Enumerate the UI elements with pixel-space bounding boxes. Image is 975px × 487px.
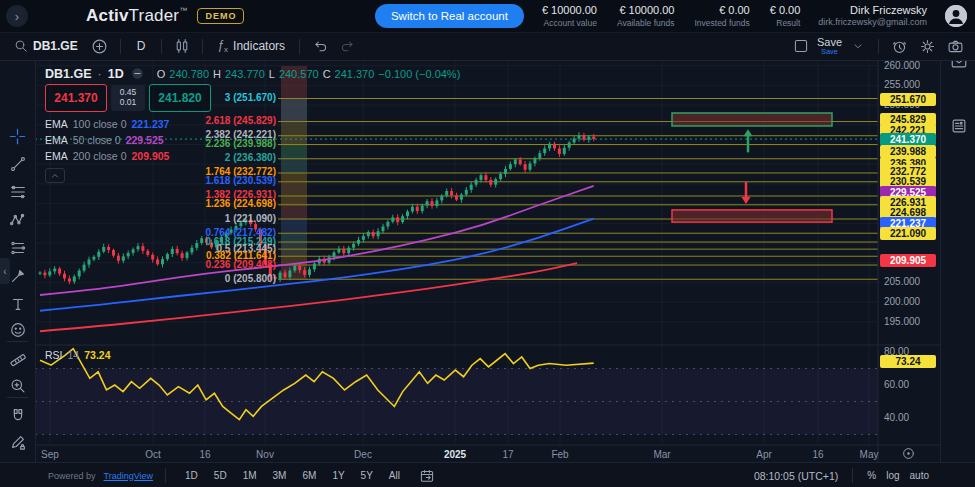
undo-button[interactable]	[308, 34, 332, 58]
time-axis-label: Mar	[653, 449, 670, 460]
alert-button[interactable]	[887, 34, 911, 58]
text-tool-button[interactable]	[4, 292, 31, 316]
newspaper-icon	[950, 117, 968, 135]
prediction-tool-button[interactable]	[4, 236, 31, 260]
candlestick-icon	[174, 38, 190, 54]
zoom-in-tool-button[interactable]	[4, 374, 31, 398]
price-axis-badge: 221.090	[880, 227, 936, 240]
settings-button[interactable]	[915, 34, 939, 58]
ema-value: 229.525	[126, 134, 164, 146]
drawing-mode-button[interactable]	[4, 430, 31, 454]
timeframe-button[interactable]: D	[129, 37, 154, 55]
go-to-date-button[interactable]	[415, 464, 439, 487]
clock-readout[interactable]: 08:10:05 (UTC+1)	[754, 470, 838, 482]
stat-value: € 10000.00	[542, 4, 597, 18]
ema-params: 200 close 0	[73, 150, 127, 162]
fib-level-label: 2 (236.380)	[225, 152, 276, 163]
calendar-icon	[419, 468, 435, 484]
trend-line-icon	[9, 155, 27, 173]
range-button-all[interactable]: All	[382, 467, 407, 484]
buy-button[interactable]: 241.820	[149, 84, 211, 112]
activtrader-logo: ActivTrader™	[86, 6, 187, 26]
log-scale-button[interactable]: log	[886, 470, 899, 481]
price-axis-label: 205.000	[884, 276, 920, 287]
demo-badge: DEMO	[197, 8, 244, 24]
magnet-icon	[9, 407, 27, 425]
tradingview-link[interactable]: TradingView	[104, 471, 154, 481]
target-icon	[901, 446, 916, 461]
save-menu-button[interactable]	[846, 34, 870, 58]
indicators-button[interactable]: ƒx Indicators	[211, 36, 291, 56]
fib-level-label: 2.236 (239.988)	[205, 138, 276, 149]
price-axis-label: 200.000	[884, 296, 920, 307]
symbol-name: DB1.GE	[33, 39, 78, 53]
legend-timeframe: 1D	[108, 67, 124, 81]
auto-scale-button[interactable]: auto	[910, 470, 929, 481]
price-axis-badge: 251.670	[880, 93, 936, 106]
price-axis-label: 255.000	[884, 79, 920, 90]
redo-icon	[340, 38, 356, 54]
forecast-icon	[9, 239, 27, 257]
time-axis-label: 17	[502, 449, 513, 460]
range-button-5y[interactable]: 5Y	[354, 467, 380, 484]
indicator-legend: EMA100 close 0221.237EMA50 close 0229.52…	[45, 116, 169, 164]
emoji-tool-button[interactable]	[4, 318, 31, 342]
ema-legend-row[interactable]: EMA100 close 0221.237	[45, 116, 169, 132]
crosshair-icon	[8, 127, 27, 146]
chevron-down-icon	[852, 40, 864, 52]
symbol-search[interactable]: DB1.GE	[8, 37, 84, 55]
collapse-left-rail-handle[interactable]: ‹	[0, 258, 10, 284]
account-stat: € 10000.00Account value	[542, 4, 597, 28]
pip-value: 0.01	[120, 98, 137, 108]
plus-circle-icon	[91, 38, 108, 55]
chart-toolbar: DB1.GE D ƒx Indicators	[0, 32, 975, 61]
sell-button[interactable]: 241.370	[45, 84, 107, 112]
ema-legend-row[interactable]: EMA200 close 0209.905	[45, 148, 169, 164]
ema-name: EMA	[45, 150, 68, 162]
activtrader-app: › ActivTrader™ DEMO Switch to Real accou…	[0, 0, 975, 487]
ema-value: 209.905	[131, 150, 169, 162]
range-button-1y[interactable]: 1Y	[325, 467, 351, 484]
fib-level-label: 0.236 (209.408)	[205, 259, 276, 270]
avatar[interactable]	[945, 5, 967, 27]
account-stat: € 0.00Result	[770, 4, 801, 28]
rsi-period: 14	[68, 349, 80, 361]
pattern-tool-button[interactable]	[4, 208, 31, 232]
compare-add-button[interactable]	[88, 34, 112, 58]
trend-line-tool-button[interactable]	[4, 152, 31, 176]
range-button-1m[interactable]: 1M	[236, 467, 264, 484]
time-axis-label: 16	[199, 449, 210, 460]
magnet-mode-button[interactable]	[4, 404, 31, 428]
save-layout-button[interactable]: Save Save	[817, 37, 842, 56]
minus-circle-icon[interactable]	[130, 66, 145, 81]
chart-style-button[interactable]	[170, 34, 194, 58]
expand-watchlist-button[interactable]: ›	[6, 5, 28, 27]
chart-legend[interactable]: DB1.GE · 1D O240.780 H243.770 L240.570 C…	[45, 66, 460, 81]
camera-icon	[947, 38, 964, 55]
range-button-1d[interactable]: 1D	[178, 467, 205, 484]
range-button-5d[interactable]: 5D	[207, 467, 234, 484]
legend-collapse-button[interactable]	[45, 168, 65, 183]
news-button[interactable]	[945, 114, 972, 138]
ema-params: 100 close 0	[73, 118, 127, 130]
fib-level-label: 0 (205.800)	[225, 273, 276, 284]
indicators-label: Indicators	[233, 39, 285, 53]
ema-name: EMA	[45, 134, 68, 146]
fib-retracement-tool-button[interactable]	[4, 180, 31, 204]
stat-value: € 0.00	[770, 4, 801, 18]
rsi-legend[interactable]: RSI 14 73.24	[45, 349, 110, 361]
redo-button[interactable]	[336, 34, 360, 58]
user-info[interactable]: Dirk Friczewsky dirk.friczewsky@gmail.co…	[818, 3, 927, 29]
screenshot-button[interactable]	[943, 34, 967, 58]
ema-legend-row[interactable]: EMA50 close 0229.525	[45, 132, 169, 148]
time-axis-label: Dec	[354, 449, 372, 460]
layout-button[interactable]	[789, 34, 813, 58]
range-button-3m[interactable]: 3M	[266, 467, 294, 484]
time-axis-label: Sep	[41, 449, 59, 460]
percent-scale-button[interactable]: %	[867, 470, 876, 481]
switch-to-real-account-button[interactable]: Switch to Real account	[375, 4, 524, 28]
range-button-6m[interactable]: 6M	[295, 467, 323, 484]
price-axis-label: 40.00	[884, 412, 909, 423]
crosshair-tool-button[interactable]	[4, 124, 31, 148]
measure-tool-button[interactable]	[4, 348, 31, 372]
